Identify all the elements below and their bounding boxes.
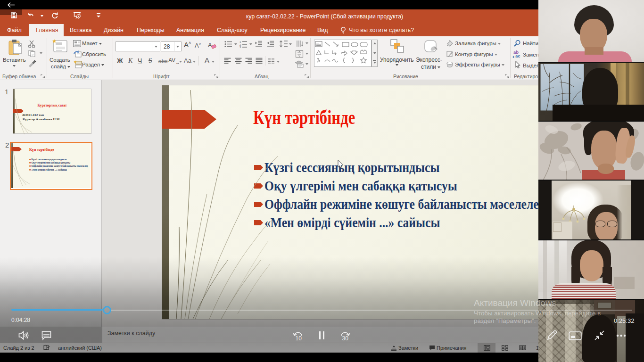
svg-text:A: A	[208, 41, 212, 49]
svg-text:ac: ac	[515, 53, 520, 58]
svg-text:30: 30	[342, 335, 349, 341]
svg-text:3: 3	[239, 46, 241, 48]
svg-text:10: 10	[296, 335, 302, 341]
